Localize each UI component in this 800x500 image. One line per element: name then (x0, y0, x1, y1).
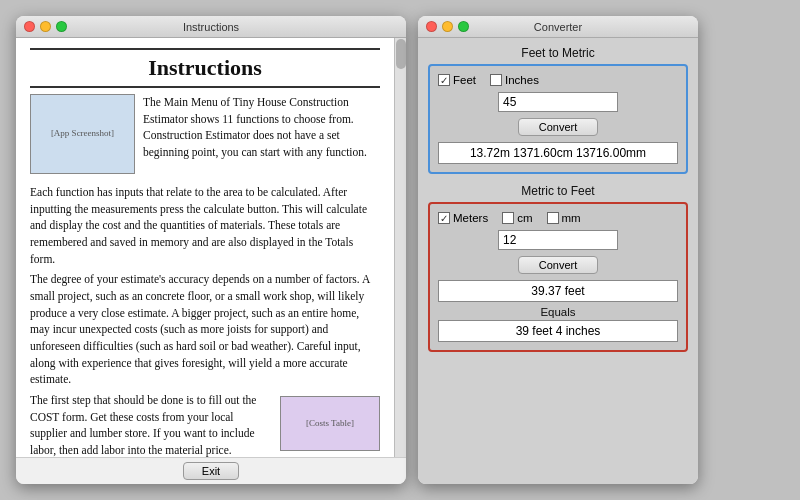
cm-checkbox[interactable] (502, 212, 514, 224)
converter-close-button[interactable] (426, 21, 437, 32)
feet-input[interactable] (498, 92, 618, 112)
instructions-heading: Instructions (30, 48, 380, 88)
equals-label: Equals (438, 306, 678, 318)
cm-checkbox-label: cm (517, 212, 532, 224)
mm-checkbox[interactable] (547, 212, 559, 224)
scrollbar-track[interactable] (394, 38, 406, 457)
exit-button[interactable]: Exit (183, 462, 239, 480)
converter-window: Converter Feet to Metric Feet Inches (418, 16, 698, 484)
converter-minimize-button[interactable] (442, 21, 453, 32)
metric-to-feet-label: Metric to Feet (428, 184, 688, 198)
scrollbar-thumb[interactable] (396, 39, 406, 69)
metric-input[interactable] (498, 230, 618, 250)
instructions-title: Instructions (183, 21, 239, 33)
cm-checkbox-item[interactable]: cm (502, 212, 532, 224)
metric-to-feet-result: 39.37 feet (438, 280, 678, 302)
instructions-content: Instructions [App Screenshot] The Main M… (16, 38, 394, 457)
metric-input-row (438, 230, 678, 250)
inches-checkbox-item[interactable]: Inches (490, 74, 539, 86)
metric-checkbox-row: Meters cm mm (438, 212, 678, 224)
inches-checkbox[interactable] (490, 74, 502, 86)
converter-maximize-button[interactable] (458, 21, 469, 32)
converter-title: Converter (534, 21, 582, 33)
meters-checkbox-label: Meters (453, 212, 488, 224)
metric-convert-btn-row: Convert (438, 256, 678, 274)
metric-to-feet-section: Metric to Feet Meters cm mm (428, 184, 688, 352)
close-button[interactable] (24, 21, 35, 32)
meters-checkbox[interactable] (438, 212, 450, 224)
mm-checkbox-item[interactable]: mm (547, 212, 581, 224)
feet-to-metric-result: 13.72m 1371.60cm 13716.00mm (438, 142, 678, 164)
feet-checkbox[interactable] (438, 74, 450, 86)
instructions-para-2: Each function has inputs that relate to … (30, 184, 380, 267)
feet-checkbox-item[interactable]: Feet (438, 74, 476, 86)
instructions-window: Instructions Instructions [App Screensho… (16, 16, 406, 484)
feet-to-metric-section: Feet to Metric Feet Inches Conver (428, 46, 688, 174)
feet-to-metric-label: Feet to Metric (428, 46, 688, 60)
inches-checkbox-label: Inches (505, 74, 539, 86)
metric-convert-button[interactable]: Convert (518, 256, 599, 274)
instructions-titlebar: Instructions (16, 16, 406, 38)
feet-checkbox-row: Feet Inches (438, 74, 678, 86)
instructions-footer: Exit (16, 457, 406, 484)
metric-to-feet-box: Meters cm mm Convert (428, 202, 688, 352)
feet-convert-btn-row: Convert (438, 118, 678, 136)
feet-inches-result: 39 feet 4 inches (438, 320, 678, 342)
feet-input-row (438, 92, 678, 112)
meters-checkbox-item[interactable]: Meters (438, 212, 488, 224)
mm-checkbox-label: mm (562, 212, 581, 224)
costs-table-image: [Costs Table] (280, 396, 380, 451)
instructions-para-3: The degree of your estimate's accuracy d… (30, 271, 380, 388)
feet-to-metric-box: Feet Inches Convert 13.72m 1371.60cm 137… (428, 64, 688, 174)
converter-titlebar: Converter (418, 16, 698, 38)
feet-convert-button[interactable]: Convert (518, 118, 599, 136)
minimize-button[interactable] (40, 21, 51, 32)
app-screenshot-image: [App Screenshot] (30, 94, 135, 174)
converter-content: Feet to Metric Feet Inches Conver (418, 38, 698, 484)
feet-checkbox-label: Feet (453, 74, 476, 86)
maximize-button[interactable] (56, 21, 67, 32)
